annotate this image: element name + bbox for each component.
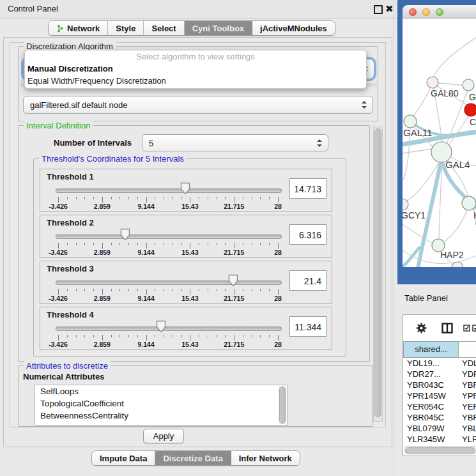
tab-network[interactable]: Network xyxy=(49,21,108,35)
network-node-gal80[interactable] xyxy=(427,77,438,88)
panel-divider[interactable] xyxy=(394,0,394,476)
threshold-value-field[interactable]: 21.4 xyxy=(289,270,326,291)
cell-shared-name[interactable]: YER054C xyxy=(403,401,458,412)
slider-track[interactable] xyxy=(56,280,282,285)
slider-track[interactable] xyxy=(56,234,282,239)
tick-mark xyxy=(225,289,226,291)
column-header-name[interactable]: name xyxy=(458,341,476,358)
close-icon[interactable]: ✖ xyxy=(385,3,394,15)
zoom-traffic-light-icon[interactable] xyxy=(436,8,443,16)
cell-shared-name[interactable]: YBR043C xyxy=(403,380,458,390)
numerical-attributes-list[interactable]: SelfLoopsTopologicalCoefficientBetweenne… xyxy=(35,385,288,426)
network-desktop-frame: GAL80GCGAL11GAL4GCY1HHAP2 xyxy=(397,0,476,284)
dropdown-placeholder[interactable]: Select algorithm to view settings xyxy=(25,50,366,63)
attribute-item-topologicalcoefficient[interactable]: TopologicalCoefficient xyxy=(35,397,287,410)
cell-name[interactable]: YLR3 xyxy=(458,434,476,445)
settings-scrollbar[interactable] xyxy=(373,127,383,422)
slider-track[interactable] xyxy=(56,326,282,331)
network-graph: GAL80GCGAL11GAL4GCY1HHAP2 xyxy=(403,19,476,267)
table-row[interactable]: YBR043CYBR0 xyxy=(403,380,476,390)
network-edge[interactable] xyxy=(433,36,476,77)
cell-name[interactable]: YBR0 xyxy=(458,380,476,390)
network-edge[interactable] xyxy=(443,210,467,242)
cell-shared-name[interactable]: YLR345W xyxy=(403,434,458,445)
slider-tick-labels: -3.4262.8599.14415.4321.71528 xyxy=(58,295,278,302)
tick-mark xyxy=(111,243,112,245)
number-of-intervals-combobox[interactable]: 5 xyxy=(142,134,328,151)
bottom-tab-discretize-data[interactable]: Discretize Data xyxy=(155,451,231,465)
bottom-tab-infer-network[interactable]: Infer Network xyxy=(231,451,300,465)
network-node-c[interactable] xyxy=(464,104,476,116)
network-edge[interactable] xyxy=(403,224,433,243)
cell-name[interactable]: YBR0 xyxy=(458,412,476,423)
tab-select[interactable]: Select xyxy=(144,21,184,35)
threshold-value-field[interactable]: 11.344 xyxy=(289,316,326,337)
tick-mark xyxy=(190,335,190,341)
table-row[interactable]: YBL079WYBL0 xyxy=(403,423,476,434)
network-edge[interactable] xyxy=(413,86,431,116)
column-header-shared-name[interactable]: shared... xyxy=(403,341,458,358)
attribute-item-betweennesscentrality[interactable]: BetweennessCentrality xyxy=(35,410,287,422)
slider-thumb[interactable] xyxy=(120,228,130,241)
close-traffic-light-icon[interactable] xyxy=(409,8,417,16)
cell-name[interactable]: YDR2 xyxy=(458,369,476,380)
gear-icon[interactable] xyxy=(416,323,427,334)
cell-name[interactable]: YBL0 xyxy=(458,423,476,434)
table-data-combobox[interactable]: galFiltered.sif default node xyxy=(23,96,373,114)
cell-shared-name[interactable]: YBR045C xyxy=(403,412,458,423)
table-row[interactable]: YBR045CYBR0 xyxy=(403,412,476,423)
cell-name[interactable]: YER0 xyxy=(458,401,476,412)
network-window-titlebar[interactable] xyxy=(403,5,476,20)
slider-thumb[interactable] xyxy=(156,320,166,333)
minimize-traffic-light-icon[interactable] xyxy=(422,8,430,16)
table-row[interactable]: YER054CYER0 xyxy=(403,401,476,412)
table-horizontal-scrollbar[interactable] xyxy=(404,446,476,454)
tick-label: 28 xyxy=(274,249,282,256)
slider-track[interactable] xyxy=(56,188,282,193)
table-row[interactable]: YPR145WYPR1 xyxy=(403,390,476,401)
tick-label: 21.715 xyxy=(224,203,244,210)
node-label: G xyxy=(469,92,476,102)
float-window-icon[interactable] xyxy=(374,5,383,14)
network-node-gal11[interactable] xyxy=(404,115,417,128)
tick-mark xyxy=(243,335,243,337)
cell-shared-name[interactable]: YDR27... xyxy=(403,369,458,380)
tick-mark xyxy=(164,289,164,291)
threshold-value-field[interactable]: 14.713 xyxy=(289,178,326,199)
cell-shared-name[interactable]: YDL19... xyxy=(403,358,458,369)
table-row[interactable]: YDR27...YDR2 xyxy=(403,369,476,380)
tick-mark xyxy=(58,289,59,295)
dropdown-option-equal-width[interactable]: Equal Width/Frequency Discretization xyxy=(25,75,366,87)
dropdown-option-manual[interactable]: Manual Discretization xyxy=(25,63,366,75)
scrollbar-thumb[interactable] xyxy=(374,128,381,417)
slider-thumb[interactable] xyxy=(180,182,190,195)
cell-name[interactable]: YDL1 xyxy=(458,358,476,369)
tab-jactivemnodules[interactable]: jActiveMNodules xyxy=(252,21,335,35)
cell-name[interactable]: YPR1 xyxy=(458,390,476,401)
network-edge-highlight[interactable] xyxy=(403,248,419,267)
slider-thumb[interactable] xyxy=(228,274,238,287)
tick-mark xyxy=(243,197,243,199)
scrollbar-thumb[interactable] xyxy=(405,447,475,454)
table-row[interactable]: YDL19...YDL1 xyxy=(403,358,476,369)
tick-mark xyxy=(190,289,190,295)
network-canvas[interactable]: GAL80GCGAL11GAL4GCY1HHAP2 xyxy=(403,19,476,267)
tab-cyni-toolbox[interactable]: Cyni Toolbox xyxy=(185,21,252,35)
network-edge[interactable] xyxy=(403,149,432,153)
network-node-h[interactable] xyxy=(462,196,476,210)
attributes-list-scrollbar[interactable] xyxy=(279,386,286,424)
apply-button[interactable]: Apply xyxy=(143,429,184,443)
scrollbar-thumb[interactable] xyxy=(279,387,286,424)
cell-shared-name[interactable]: YBL079W xyxy=(403,423,458,434)
select-columns-icons[interactable] xyxy=(463,325,476,332)
cell-shared-name[interactable]: YPR145W xyxy=(403,390,458,401)
table-row[interactable]: YLR345WYLR3 xyxy=(403,434,476,445)
threshold-value-field[interactable]: 6.316 xyxy=(289,224,326,245)
split-columns-icon[interactable] xyxy=(441,323,453,334)
tick-mark xyxy=(173,243,173,245)
network-node-g[interactable] xyxy=(463,79,474,91)
threshold-label: Threshold 2 xyxy=(47,218,94,227)
tab-style[interactable]: Style xyxy=(108,21,144,35)
bottom-tab-impute-data[interactable]: Impute Data xyxy=(92,451,155,465)
attribute-item-selfloops[interactable]: SelfLoops xyxy=(35,385,287,397)
